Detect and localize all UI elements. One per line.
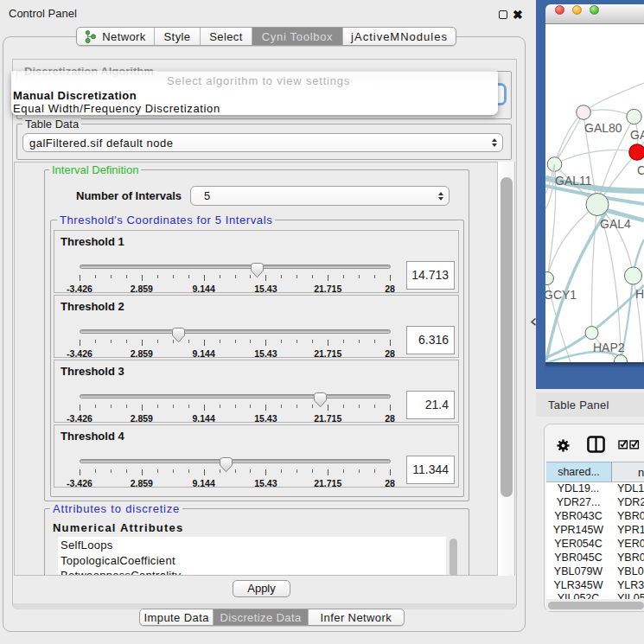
svg-text:GA: GA [630,128,644,142]
svg-text:GAL80: GAL80 [584,121,622,135]
svg-text:GAL4: GAL4 [600,217,631,231]
svg-text:GCY1: GCY1 [545,288,577,302]
svg-text:H: H [635,287,644,301]
svg-text:HAP2: HAP2 [593,341,625,354]
svg-text:C: C [637,163,644,177]
svg-text:GAL11: GAL11 [555,174,592,188]
